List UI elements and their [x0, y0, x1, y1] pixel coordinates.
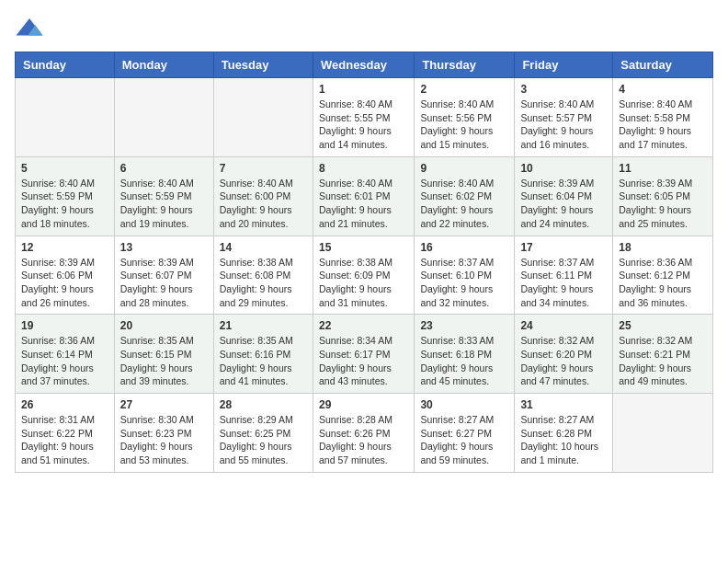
day-number: 20 — [120, 319, 208, 332]
day-number: 31 — [520, 398, 607, 411]
daylight-text: Daylight: 9 hours and 43 minutes. — [319, 362, 392, 387]
sunset-text: Sunset: 5:58 PM — [619, 112, 690, 123]
sunrise-text: Sunrise: 8:27 AM — [420, 414, 494, 425]
logo — [15, 15, 46, 44]
sunrise-text: Sunrise: 8:39 AM — [520, 178, 594, 189]
sunset-text: Sunset: 6:11 PM — [520, 270, 592, 281]
calendar-cell: 28Sunrise: 8:29 AMSunset: 6:25 PMDayligh… — [213, 394, 313, 473]
sunrise-text: Sunrise: 8:33 AM — [420, 335, 494, 346]
sunset-text: Sunset: 6:05 PM — [619, 190, 690, 201]
logo-icon — [15, 15, 44, 44]
day-number: 30 — [420, 398, 508, 411]
calendar-cell: 5Sunrise: 8:40 AMSunset: 5:59 PMDaylight… — [16, 156, 115, 236]
sunset-text: Sunset: 6:15 PM — [120, 349, 192, 360]
daylight-text: Daylight: 9 hours and 29 minutes. — [220, 283, 292, 308]
day-info: Sunrise: 8:40 AMSunset: 5:58 PMDaylight:… — [619, 98, 707, 152]
weekday-header-monday: Monday — [114, 52, 213, 78]
daylight-text: Daylight: 10 hours and 1 minute. — [520, 441, 598, 465]
day-number: 9 — [420, 162, 508, 175]
sunrise-text: Sunrise: 8:40 AM — [520, 98, 594, 109]
sunset-text: Sunset: 6:09 PM — [319, 270, 391, 281]
sunset-text: Sunset: 5:59 PM — [21, 190, 93, 201]
day-info: Sunrise: 8:40 AMSunset: 5:57 PMDaylight:… — [520, 98, 607, 152]
sunrise-text: Sunrise: 8:37 AM — [520, 257, 594, 268]
daylight-text: Daylight: 9 hours and 53 minutes. — [120, 441, 193, 465]
day-info: Sunrise: 8:40 AMSunset: 6:00 PMDaylight:… — [220, 177, 307, 231]
day-info: Sunrise: 8:36 AMSunset: 6:14 PMDaylight:… — [21, 334, 108, 388]
daylight-text: Daylight: 9 hours and 39 minutes. — [120, 362, 193, 387]
day-info: Sunrise: 8:32 AMSunset: 6:20 PMDaylight:… — [520, 334, 607, 388]
calendar-cell: 14Sunrise: 8:38 AMSunset: 6:08 PMDayligh… — [213, 236, 313, 315]
daylight-text: Daylight: 9 hours and 32 minutes. — [420, 283, 493, 308]
sunset-text: Sunset: 6:22 PM — [21, 428, 93, 439]
day-number: 10 — [520, 162, 607, 175]
daylight-text: Daylight: 9 hours and 25 minutes. — [619, 204, 691, 229]
calendar-cell: 15Sunrise: 8:38 AMSunset: 6:09 PMDayligh… — [313, 236, 414, 315]
calendar-cell: 9Sunrise: 8:40 AMSunset: 6:02 PMDaylight… — [415, 156, 515, 236]
sunrise-text: Sunrise: 8:40 AM — [319, 178, 392, 189]
daylight-text: Daylight: 9 hours and 28 minutes. — [120, 283, 193, 308]
day-info: Sunrise: 8:28 AMSunset: 6:26 PMDaylight:… — [319, 413, 408, 467]
day-number: 5 — [21, 162, 108, 175]
sunrise-text: Sunrise: 8:28 AM — [319, 414, 392, 425]
daylight-text: Daylight: 9 hours and 41 minutes. — [220, 362, 292, 387]
sunrise-text: Sunrise: 8:27 AM — [520, 414, 594, 425]
sunset-text: Sunset: 6:14 PM — [21, 349, 93, 360]
calendar-cell: 19Sunrise: 8:36 AMSunset: 6:14 PMDayligh… — [16, 315, 115, 394]
daylight-text: Daylight: 9 hours and 15 minutes. — [420, 125, 493, 150]
weekday-header-thursday: Thursday — [415, 52, 515, 78]
calendar-week-row: 26Sunrise: 8:31 AMSunset: 6:22 PMDayligh… — [16, 394, 713, 473]
daylight-text: Daylight: 9 hours and 31 minutes. — [319, 283, 392, 308]
sunset-text: Sunset: 6:28 PM — [520, 428, 592, 439]
day-number: 19 — [21, 319, 108, 332]
sunrise-text: Sunrise: 8:36 AM — [21, 335, 95, 346]
day-number: 1 — [319, 83, 408, 96]
calendar-cell: 16Sunrise: 8:37 AMSunset: 6:10 PMDayligh… — [415, 236, 515, 315]
day-number: 24 — [520, 319, 607, 332]
daylight-text: Daylight: 9 hours and 18 minutes. — [21, 204, 94, 229]
weekday-header-wednesday: Wednesday — [313, 52, 414, 78]
sunset-text: Sunset: 6:01 PM — [319, 190, 391, 201]
calendar-week-row: 1Sunrise: 8:40 AMSunset: 5:55 PMDaylight… — [16, 78, 713, 157]
weekday-header-friday: Friday — [515, 52, 613, 78]
calendar-cell — [213, 78, 313, 157]
daylight-text: Daylight: 9 hours and 20 minutes. — [220, 204, 292, 229]
sunset-text: Sunset: 5:59 PM — [120, 190, 192, 201]
daylight-text: Daylight: 9 hours and 36 minutes. — [619, 283, 691, 308]
sunrise-text: Sunrise: 8:40 AM — [420, 98, 494, 109]
daylight-text: Daylight: 9 hours and 57 minutes. — [319, 441, 392, 465]
calendar-week-row: 12Sunrise: 8:39 AMSunset: 6:06 PMDayligh… — [16, 236, 713, 315]
weekday-header-sunday: Sunday — [16, 52, 115, 78]
sunset-text: Sunset: 6:16 PM — [220, 349, 291, 360]
sunrise-text: Sunrise: 8:40 AM — [319, 98, 392, 109]
sunset-text: Sunset: 6:17 PM — [319, 349, 391, 360]
daylight-text: Daylight: 9 hours and 24 minutes. — [520, 204, 593, 229]
day-number: 11 — [619, 162, 707, 175]
sunrise-text: Sunrise: 8:36 AM — [619, 257, 692, 268]
calendar-cell: 3Sunrise: 8:40 AMSunset: 5:57 PMDaylight… — [515, 78, 613, 157]
sunset-text: Sunset: 6:02 PM — [420, 190, 492, 201]
sunrise-text: Sunrise: 8:35 AM — [120, 335, 194, 346]
sunset-text: Sunset: 6:25 PM — [220, 428, 291, 439]
daylight-text: Daylight: 9 hours and 16 minutes. — [520, 125, 593, 150]
day-info: Sunrise: 8:39 AMSunset: 6:06 PMDaylight:… — [21, 256, 108, 310]
day-info: Sunrise: 8:39 AMSunset: 6:04 PMDaylight:… — [520, 177, 607, 231]
day-number: 18 — [619, 241, 707, 254]
day-number: 17 — [520, 241, 607, 254]
calendar-cell: 22Sunrise: 8:34 AMSunset: 6:17 PMDayligh… — [313, 315, 414, 394]
calendar-cell: 18Sunrise: 8:36 AMSunset: 6:12 PMDayligh… — [613, 236, 713, 315]
sunset-text: Sunset: 6:12 PM — [619, 270, 690, 281]
weekday-header-saturday: Saturday — [613, 52, 713, 78]
day-info: Sunrise: 8:31 AMSunset: 6:22 PMDaylight:… — [21, 413, 108, 467]
daylight-text: Daylight: 9 hours and 21 minutes. — [319, 204, 392, 229]
day-info: Sunrise: 8:32 AMSunset: 6:21 PMDaylight:… — [619, 334, 707, 388]
calendar-cell: 8Sunrise: 8:40 AMSunset: 6:01 PMDaylight… — [313, 156, 414, 236]
daylight-text: Daylight: 9 hours and 14 minutes. — [319, 125, 392, 150]
daylight-text: Daylight: 9 hours and 19 minutes. — [120, 204, 193, 229]
day-number: 29 — [319, 398, 408, 411]
day-number: 12 — [21, 241, 108, 254]
day-number: 13 — [120, 241, 208, 254]
sunrise-text: Sunrise: 8:35 AM — [220, 335, 293, 346]
calendar-cell: 12Sunrise: 8:39 AMSunset: 6:06 PMDayligh… — [16, 236, 115, 315]
sunrise-text: Sunrise: 8:38 AM — [220, 257, 293, 268]
